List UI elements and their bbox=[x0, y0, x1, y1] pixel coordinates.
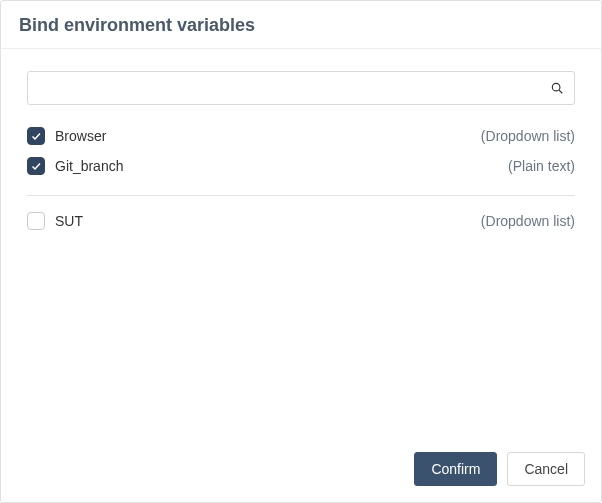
search-icon bbox=[550, 81, 564, 95]
variable-row[interactable]: Browser (Dropdown list) bbox=[27, 121, 575, 151]
variable-group: Browser (Dropdown list) Git_branch (Plai… bbox=[27, 115, 575, 187]
variable-type: (Dropdown list) bbox=[481, 128, 575, 144]
check-icon bbox=[30, 130, 42, 142]
confirm-button[interactable]: Confirm bbox=[414, 452, 497, 486]
variable-row[interactable]: Git_branch (Plain text) bbox=[27, 151, 575, 181]
search-input[interactable] bbox=[38, 79, 550, 97]
variable-type: (Dropdown list) bbox=[481, 213, 575, 229]
cancel-button[interactable]: Cancel bbox=[507, 452, 585, 486]
svg-point-0 bbox=[552, 83, 560, 91]
variable-label: SUT bbox=[55, 213, 83, 229]
variable-list: Browser (Dropdown list) Git_branch (Plai… bbox=[27, 115, 575, 242]
dialog-footer: Confirm Cancel bbox=[1, 440, 601, 502]
svg-line-1 bbox=[559, 90, 562, 93]
dialog-content: Browser (Dropdown list) Git_branch (Plai… bbox=[1, 49, 601, 440]
check-icon bbox=[30, 160, 42, 172]
group-divider bbox=[27, 195, 575, 196]
dialog-header: Bind environment variables bbox=[1, 1, 601, 49]
search-field[interactable] bbox=[27, 71, 575, 105]
variable-row[interactable]: SUT (Dropdown list) bbox=[27, 206, 575, 236]
variable-label: Browser bbox=[55, 128, 106, 144]
checkbox[interactable] bbox=[27, 157, 45, 175]
checkbox[interactable] bbox=[27, 212, 45, 230]
variable-label: Git_branch bbox=[55, 158, 123, 174]
variable-type: (Plain text) bbox=[508, 158, 575, 174]
dialog-title: Bind environment variables bbox=[19, 15, 583, 36]
checkbox[interactable] bbox=[27, 127, 45, 145]
variable-group: SUT (Dropdown list) bbox=[27, 200, 575, 242]
